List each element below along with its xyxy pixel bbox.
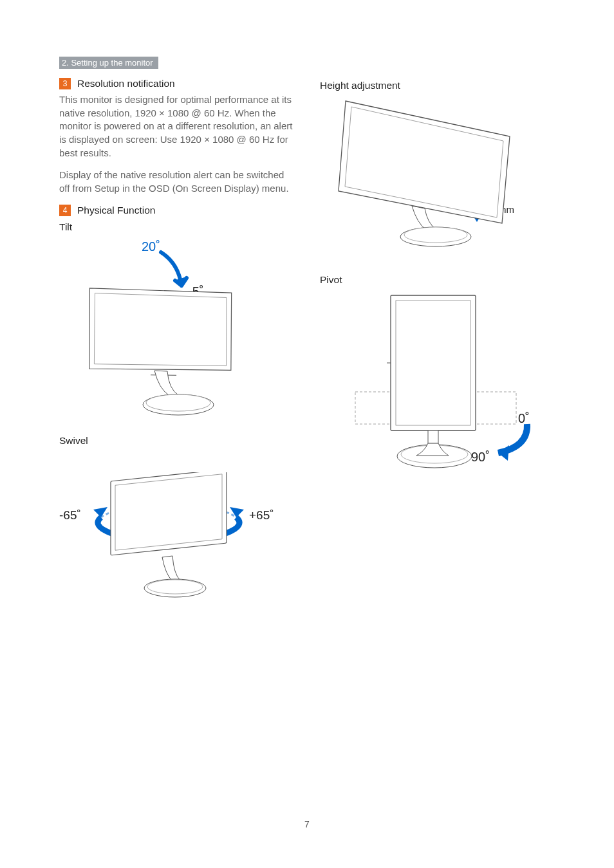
heading-title: Physical Function <box>77 205 155 216</box>
svg-point-6 <box>147 580 203 594</box>
heading-title: Resolution notification <box>77 78 175 89</box>
pivot-heading: Pivot <box>320 274 555 286</box>
svg-point-2 <box>146 394 210 411</box>
tilt-figure: 20˚ -5˚ <box>72 239 265 420</box>
svg-rect-3 <box>111 472 227 555</box>
swivel-monitor-icon <box>104 472 233 607</box>
page-number: 7 <box>0 819 614 829</box>
step-number-4: 4 <box>59 205 71 216</box>
height-figure: 150mm <box>333 98 539 259</box>
svg-point-9 <box>404 227 467 243</box>
heading-physical-function: 4 Physical Function <box>59 205 294 216</box>
tilt-heading: Tilt <box>59 221 294 233</box>
left-column: 2. Setting up the monitor 3 Resolution n… <box>59 57 294 616</box>
resolution-paragraph-2: Display of the native resolution alert c… <box>59 169 294 195</box>
swivel-right-angle-label: +65˚ <box>249 508 274 522</box>
swivel-left-angle-label: -65˚ <box>59 508 81 522</box>
pivot-figure: 0˚ 90˚ <box>326 292 545 479</box>
right-column: Height adjustment 150mm <box>320 57 555 616</box>
section-tab: 2. Setting up the monitor <box>59 57 158 69</box>
swivel-heading: Swivel <box>59 435 294 447</box>
step-number-3: 3 <box>59 78 71 89</box>
pivot-monitor-icon <box>352 292 545 479</box>
height-adjustment-heading: Height adjustment <box>320 80 555 91</box>
resolution-paragraph-1: This monitor is designed for optimal per… <box>59 93 294 160</box>
tilt-monitor-icon <box>85 279 252 421</box>
heading-resolution-notification: 3 Resolution notification <box>59 78 294 89</box>
svg-rect-11 <box>391 295 476 430</box>
swivel-figure: -65˚ +65˚ <box>59 453 278 601</box>
height-monitor-icon <box>336 98 529 252</box>
